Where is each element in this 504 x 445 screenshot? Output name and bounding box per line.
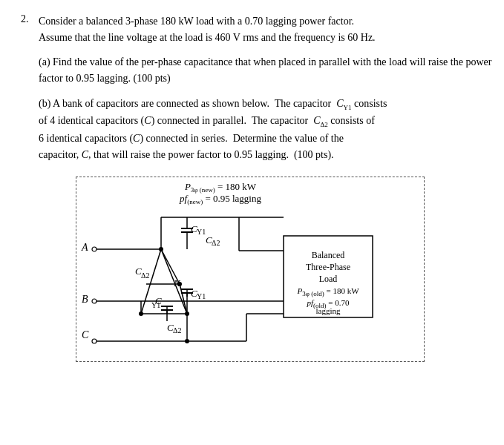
load-load: Load bbox=[319, 274, 338, 284]
cy1c-sub: Y1 bbox=[197, 292, 206, 300]
diagram-area: P3φ (new) = 180 kW pf(new) = 0.95 laggin… bbox=[31, 177, 504, 369]
load-three-phase: Three-Phase bbox=[306, 262, 350, 272]
part-b-line3: 6 identical capacitors (C) connected in … bbox=[39, 131, 504, 147]
ca2-sub-right: Δ2 bbox=[212, 239, 220, 247]
intro-line2: Assume that the line voltage at the load… bbox=[39, 30, 504, 46]
node-b-circle bbox=[92, 299, 96, 303]
node-c-circle bbox=[92, 339, 96, 343]
cy1b-sub: Y1 bbox=[151, 301, 160, 309]
part-b-label: (b) bbox=[39, 98, 50, 109]
problem-container: 2. Consider a balanced 3-phase 180 kW lo… bbox=[21, 13, 483, 369]
ca2-sub-delta: Δ2 bbox=[141, 271, 149, 280]
part-a-label: (a) bbox=[39, 56, 50, 67]
ca2-bottom-sub: Δ2 bbox=[173, 326, 181, 334]
power-new-label: P3φ (new) = 180 kW bbox=[184, 181, 257, 194]
dot-a bbox=[159, 247, 163, 251]
node-a-circle bbox=[92, 247, 96, 251]
part-b-text1: A bank of capacitors are connected as sh… bbox=[53, 98, 387, 109]
load-p-old: P3φ (old) = 180 kW bbox=[296, 286, 359, 297]
problem-text: Consider a balanced 3-phase 180 kW load … bbox=[39, 13, 504, 369]
intro-line1: Consider a balanced 3-phase 180 kW load … bbox=[39, 13, 504, 30]
pf-new-label: pf(new) = 0.95 lagging bbox=[179, 193, 261, 205]
part-b: (b) A bank of capacitors are connected a… bbox=[39, 96, 504, 163]
page: 2. Consider a balanced 3-phase 180 kW lo… bbox=[0, 0, 504, 377]
part-a-text: (a) Find the value of the per-phase capa… bbox=[39, 54, 504, 86]
load-lagging: lagging bbox=[316, 306, 341, 315]
part-b-line2: of 4 identical capacitors (C) connected … bbox=[39, 113, 504, 131]
cy1-sub: Y1 bbox=[197, 228, 206, 236]
node-b-label: B bbox=[82, 294, 88, 305]
star-a bbox=[161, 249, 180, 284]
node-a-label: A bbox=[81, 242, 88, 253]
dot-b bbox=[139, 312, 143, 316]
part-a-content: Find the value of the per-phase capacita… bbox=[39, 56, 491, 84]
part-b-line4: capacitor, C, that will raise the power … bbox=[39, 147, 504, 163]
dot-right bbox=[185, 312, 189, 316]
load-balanced: Balanced bbox=[312, 250, 345, 260]
node-c-label: C bbox=[82, 329, 89, 340]
part-a: (a) Find the value of the per-phase capa… bbox=[39, 54, 504, 86]
circuit-diagram: P3φ (new) = 180 kW pf(new) = 0.95 laggin… bbox=[31, 177, 504, 369]
part-b-line1: (b) A bank of capacitors are connected a… bbox=[39, 96, 504, 113]
